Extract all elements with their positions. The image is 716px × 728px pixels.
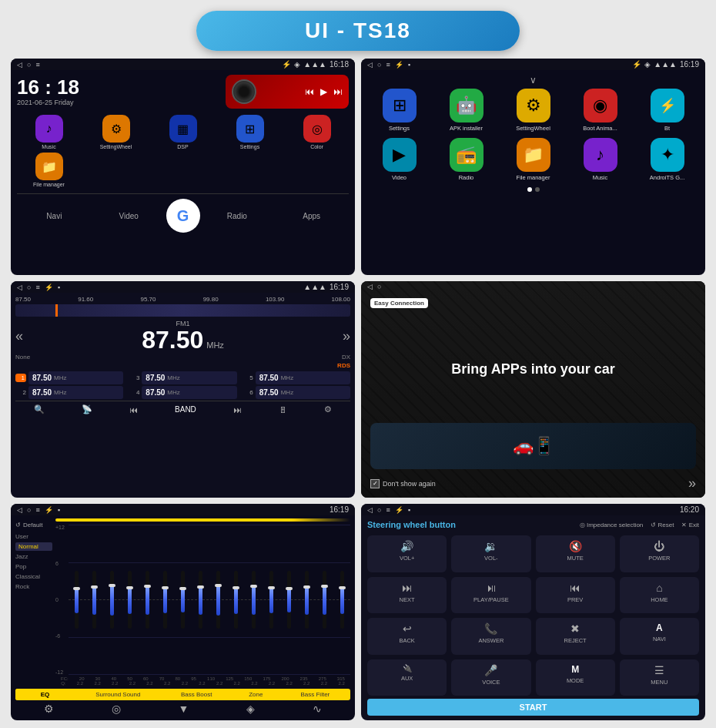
app-settingwheel[interactable]: ⚙ SettingWheel: [84, 115, 148, 149]
app-music-lg[interactable]: ♪ Music: [568, 138, 632, 181]
home-icon[interactable]: ○: [377, 283, 381, 290]
tab-video[interactable]: Video: [92, 209, 166, 223]
btn-vol-minus[interactable]: 🔉 VOL-: [451, 535, 530, 572]
app-settings-lg[interactable]: ⊞ Settings: [367, 89, 431, 132]
search-icon[interactable]: 🔍: [34, 404, 45, 414]
eq-icon-zone[interactable]: ◈: [246, 703, 255, 715]
app-settings[interactable]: ⊞ Settings: [218, 115, 282, 149]
reset-option[interactable]: ↺ Reset: [651, 522, 674, 528]
eq-bar-12[interactable]: [280, 571, 297, 629]
home-icon[interactable]: ○: [27, 61, 31, 69]
eq-preset-jazz[interactable]: Jazz: [15, 552, 52, 561]
scan-icon[interactable]: 📡: [82, 404, 92, 414]
app-bt[interactable]: ⚡ Bt: [635, 89, 699, 132]
eq-tab-bass-filter[interactable]: Bass Filter: [280, 689, 350, 700]
eq-bar-11[interactable]: [263, 571, 279, 629]
btn-back[interactable]: ↩ BACK: [367, 618, 447, 655]
dont-show-again[interactable]: ✓ Don't show again: [370, 479, 436, 488]
connect-next-arrow[interactable]: »: [688, 475, 696, 491]
eq-icon-filter[interactable]: ∿: [313, 703, 322, 715]
home-icon[interactable]: ○: [377, 506, 381, 514]
home-icon[interactable]: ○: [377, 61, 381, 69]
app-boot-anim[interactable]: ◉ Boot Anima...: [568, 89, 632, 132]
prev-track-icon[interactable]: ⏮: [129, 405, 138, 414]
btn-menu[interactable]: ☰ MENU: [620, 659, 699, 696]
eq-bar-7[interactable]: [192, 571, 209, 629]
eq-tab-zone[interactable]: Zone: [232, 689, 280, 700]
back-icon[interactable]: ◁: [367, 283, 373, 290]
back-icon[interactable]: ◁: [367, 506, 373, 514]
eq-bar-13[interactable]: [298, 571, 315, 629]
eq-bar-10[interactable]: [245, 571, 262, 629]
menu-icon[interactable]: ≡: [386, 61, 390, 69]
preset-freq-5[interactable]: 87.50 MHz: [256, 371, 350, 384]
preset-num-1[interactable]: 1: [15, 374, 26, 382]
menu-icon[interactable]: ≡: [35, 506, 39, 514]
app-settingwheel-lg[interactable]: ⚙ SettingWheel: [501, 89, 565, 132]
eq-preset-rock[interactable]: Rock: [15, 582, 52, 591]
eq-preset-normal[interactable]: Normal: [15, 542, 52, 551]
eq-bar-9[interactable]: [227, 571, 244, 629]
eq-bar-3[interactable]: [122, 571, 139, 629]
back-icon[interactable]: ◁: [17, 283, 22, 291]
preset-freq-4[interactable]: 87.50 MHz: [142, 386, 236, 399]
back-icon[interactable]: ◁: [17, 506, 22, 514]
preset-num-5[interactable]: 5: [243, 374, 253, 381]
eq-tab-bass-boost[interactable]: Bass Boost: [162, 689, 232, 700]
btn-answer[interactable]: 📞 ANSWER: [451, 618, 530, 655]
app-apk-installer[interactable]: 🤖 APK installer: [434, 89, 498, 132]
eq-bar-2[interactable]: [104, 571, 121, 629]
eq-icon-surround[interactable]: ◎: [112, 703, 121, 715]
exit-option[interactable]: ✕ Exit: [681, 522, 699, 528]
prev-btn[interactable]: ⏮: [305, 86, 314, 97]
start-button[interactable]: START: [367, 699, 699, 716]
play-btn[interactable]: ▶: [320, 86, 327, 97]
btn-home[interactable]: ⌂ HOME: [620, 577, 699, 614]
btn-vol-plus[interactable]: 🔊 VOL+: [367, 535, 447, 572]
menu-icon[interactable]: ≡: [35, 283, 39, 291]
eq-bar-6[interactable]: [175, 571, 192, 629]
radio-next-icon[interactable]: »: [343, 328, 350, 344]
preset-num-2[interactable]: 2: [15, 389, 26, 396]
app-color[interactable]: ◎ Color: [285, 115, 349, 149]
preset-freq-2[interactable]: 87.50 MHz: [28, 386, 123, 399]
tab-apps[interactable]: Apps: [274, 209, 349, 223]
band-button[interactable]: BAND: [175, 405, 196, 414]
btn-mode[interactable]: M MODE: [536, 659, 615, 696]
preset-num-6[interactable]: 6: [243, 389, 253, 396]
eq-bar-5[interactable]: [157, 571, 174, 629]
radio-prev-icon[interactable]: «: [15, 328, 23, 344]
btn-next[interactable]: ⏭ NEXT: [367, 577, 447, 614]
btn-play-pause[interactable]: ⏯ PLAY/PAUSE: [451, 577, 530, 614]
app-music[interactable]: ♪ Music: [17, 115, 81, 149]
preset-num-4[interactable]: 4: [129, 389, 139, 396]
menu-icon[interactable]: ≡: [35, 61, 39, 69]
eq-icon-bass[interactable]: ▼: [179, 703, 189, 715]
tab-radio[interactable]: Radio: [200, 209, 275, 223]
preset-freq-1[interactable]: 87.50 MHz: [28, 371, 123, 384]
btn-reject[interactable]: ✖ REJECT: [536, 618, 615, 655]
eq-tab-surround[interactable]: Surround Sound: [75, 689, 162, 700]
home-icon[interactable]: ○: [27, 283, 31, 291]
eq-preset-user[interactable]: User: [15, 532, 52, 541]
eq-bar-8[interactable]: [210, 571, 227, 629]
preset-freq-6[interactable]: 87.50 MHz: [256, 386, 350, 399]
app-androits[interactable]: ✦ AndroiTS G...: [635, 138, 699, 181]
eq-bar-0[interactable]: [69, 571, 85, 629]
equalizer-icon[interactable]: 🎚: [279, 405, 287, 414]
eq-bar-14[interactable]: [316, 571, 333, 629]
home-icon[interactable]: ○: [27, 506, 31, 514]
eq-preset-classical[interactable]: Classical: [15, 572, 52, 581]
btn-prev[interactable]: ⏮ PREV: [536, 577, 615, 614]
eq-bar-1[interactable]: [86, 571, 103, 629]
btn-voice[interactable]: 🎤 VOICE: [451, 659, 530, 696]
btn-power[interactable]: ⏻ POWER: [620, 535, 699, 572]
tab-navi[interactable]: Navi: [17, 209, 92, 223]
eq-bar-15[interactable]: [333, 571, 350, 629]
app-filemanager-lg[interactable]: 📁 File manager: [501, 138, 565, 181]
app-filemanager[interactable]: 📁 File manager: [17, 153, 81, 187]
google-fab[interactable]: G: [166, 199, 200, 233]
app-radio-lg[interactable]: 📻 Radio: [434, 138, 498, 181]
btn-navi[interactable]: A NAVI: [620, 618, 699, 655]
btn-mute[interactable]: 🔇 MUTE: [536, 535, 615, 572]
